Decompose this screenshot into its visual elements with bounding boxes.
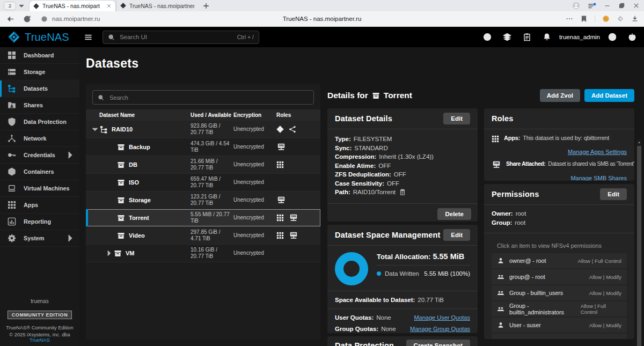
table-row-backup[interactable]: Backup474.3 GiB / 4.54 TiBUnencryptedSMB	[86, 138, 320, 156]
add-zvol-button[interactable]: Add Zvol	[540, 89, 580, 102]
sidebar-item-datasets[interactable]: Datasets	[0, 80, 79, 97]
bookmark-icon[interactable]	[580, 15, 588, 23]
table-row-vm[interactable]: VM10.16 GiB / 20.77 TiBUnencrypted	[86, 245, 320, 262]
main-content: Datasets Dataset Name Used / Available E…	[79, 47, 644, 346]
ui-search-field[interactable]: Ctrl + /	[103, 31, 259, 44]
encryption-value: Unencrypted	[233, 126, 276, 132]
permission-item[interactable]: group@ - rootAllow | Modify	[492, 269, 627, 284]
truecommand-icon[interactable]	[503, 33, 511, 41]
sidebar-item-reporting[interactable]: Reporting	[0, 214, 79, 230]
more-options-icon[interactable]	[566, 15, 573, 23]
browser-tab-inactive[interactable]: TrueNAS - nas.moipartner	[116, 0, 198, 11]
power-icon[interactable]	[628, 33, 636, 41]
page-title: Datasets	[86, 47, 644, 71]
table-row-torrent[interactable]: Torrent5.55 MiB / 20.77 TiBUnencryptedSM…	[86, 209, 320, 227]
window-restore-button[interactable]	[618, 2, 625, 9]
detail-field: Path:RAID10/Torrent	[335, 188, 470, 197]
truenas-link[interactable]: TrueNAS	[30, 337, 50, 343]
search-icon	[98, 94, 104, 101]
truenas-brand[interactable]: TrueNAS	[7, 31, 69, 43]
tab-count-badge[interactable]: 2	[4, 2, 16, 10]
search-input[interactable]	[119, 33, 237, 41]
table-row-iso[interactable]: ISO659.47 MiB / 20.77 TiBUnencrypted	[86, 174, 320, 192]
permission-item[interactable]: Group - builtin_usersAllow | Modify	[492, 285, 627, 300]
chevron-right-icon[interactable]	[105, 249, 113, 257]
back-icon[interactable]	[6, 15, 14, 23]
sidebar-item-dashboard[interactable]: Dashboard	[0, 47, 79, 64]
tab-close-icon[interactable]	[106, 3, 112, 9]
dataset-icon	[117, 179, 125, 187]
browser-panel-icon[interactable]	[588, 2, 596, 10]
table-row-storage[interactable]: Storage123.21 GiB / 20.77 TiBUnencrypted…	[86, 192, 320, 209]
manage-user-quotas-link[interactable]: Manage User Quotas	[414, 314, 470, 321]
permission-level: Allow | Full Control	[578, 258, 622, 264]
table-search-field[interactable]	[92, 90, 314, 105]
permission-item[interactable]: Group - builtin_administratorsAllow | Fu…	[492, 301, 627, 316]
sidebar-item-virtual-machines[interactable]: Virtual Machines	[0, 180, 79, 197]
table-search-input[interactable]	[108, 94, 309, 101]
window-minimize-button[interactable]	[604, 2, 611, 9]
dataset-details-card: Dataset Details Edit Type:FILESYSTEMSync…	[327, 108, 478, 222]
manage-apps-settings-link[interactable]: Manage Apps Settings	[568, 149, 627, 155]
delete-dataset-button[interactable]: Delete	[437, 208, 471, 220]
download-icon[interactable]	[631, 15, 639, 23]
sidebar-item-network[interactable]: Network	[0, 130, 79, 147]
new-tab-button[interactable]	[202, 2, 210, 10]
copyright-text: © 2025 iXsystems, Inc. dba TrueNAS	[0, 332, 79, 343]
user-account-icon[interactable]	[608, 33, 617, 41]
menu-icon[interactable]	[84, 33, 93, 41]
address-bar-url[interactable]: nas.moipartner.ru	[52, 16, 100, 22]
extension-icon[interactable]	[617, 15, 624, 23]
sidebar-item-shares[interactable]: Shares	[0, 97, 79, 114]
sidebar-item-system[interactable]: System	[0, 230, 79, 247]
chevron-down-icon[interactable]	[91, 126, 99, 133]
reload-icon[interactable]	[23, 15, 31, 23]
tab-list-chevron-icon[interactable]	[18, 3, 25, 9]
sidebar-item-apps[interactable]: Apps	[0, 197, 79, 214]
table-row-db[interactable]: DB21.66 MiB / 20.77 TiBUnencrypted	[86, 156, 320, 174]
notifications-bell-icon[interactable]	[543, 33, 551, 41]
permissions-hint: Click an item to view NFSv4 permissions	[492, 239, 627, 253]
credentials-icon	[8, 151, 16, 159]
system-icon	[8, 234, 16, 242]
edit-space-button[interactable]: Edit	[443, 229, 470, 241]
sidebar-item-label: Network	[24, 135, 47, 142]
column-header-used-available[interactable]: Used / Available	[191, 112, 233, 118]
feedback-smiley-icon[interactable]	[483, 33, 492, 41]
manage-smb-shares-link[interactable]: Manage SMB Shares	[570, 175, 627, 181]
create-snapshot-button[interactable]: Create Snapshot	[406, 340, 470, 346]
site-info-icon[interactable]	[41, 16, 48, 23]
manage-group-quotas-link[interactable]: Manage Group Quotas	[410, 326, 470, 332]
browser-profile-avatar[interactable]	[572, 2, 580, 10]
scroll-up-arrow[interactable]: ▲	[636, 139, 642, 145]
copy-icon[interactable]	[399, 189, 406, 195]
column-header-roles[interactable]: Roles	[276, 112, 320, 118]
sidebar-item-storage[interactable]: Storage	[0, 64, 79, 80]
used-available-value: 474.3 GiB / 4.54 TiB	[191, 141, 233, 153]
permission-item[interactable]: Group - appsAllow | Modify	[492, 334, 627, 339]
edit-permissions-button[interactable]: Edit	[600, 188, 627, 200]
table-row-video[interactable]: Video297.85 GiB / 4.71 TiBUnencryptedSMB	[86, 227, 320, 245]
column-header-dataset-name[interactable]: Dataset Name	[86, 112, 191, 118]
sidebar-item-credentials[interactable]: Credentials	[0, 147, 79, 164]
permission-item[interactable]: User - suserAllow | Modify	[492, 318, 627, 333]
table-row-raid10[interactable]: RAID10923.86 GiB / 20.77 TiBUnencrypted	[86, 121, 320, 138]
add-dataset-button[interactable]: Add Dataset	[584, 89, 634, 102]
roles-icons: SMB	[276, 232, 320, 240]
sidebar-item-containers[interactable]: Containers	[0, 164, 79, 180]
sidebar-item-label: Storage	[24, 69, 45, 75]
roles-icons: SMB	[276, 214, 320, 222]
cookie-icon[interactable]	[602, 15, 610, 23]
permission-who: group@ - root	[509, 274, 545, 280]
browser-tab-active[interactable]: TrueNAS - nas.moipart	[29, 0, 116, 12]
permission-item[interactable]: owner@ - rootAllow | Full Control	[492, 253, 627, 268]
dataset-name: Backup	[129, 144, 150, 150]
scrollbar-thumb[interactable]	[637, 146, 641, 346]
column-header-encryption[interactable]: Encryption	[233, 112, 276, 118]
details-scrollbar[interactable]: ▲ ▼	[636, 139, 642, 346]
window-close-button[interactable]	[633, 2, 640, 9]
sidebar-item-data-protection[interactable]: Data Protection	[0, 114, 79, 130]
search-shortcut-hint: Ctrl + /	[237, 34, 254, 40]
edit-dataset-details-button[interactable]: Edit	[443, 113, 470, 124]
jobs-clipboard-icon[interactable]	[523, 33, 531, 41]
